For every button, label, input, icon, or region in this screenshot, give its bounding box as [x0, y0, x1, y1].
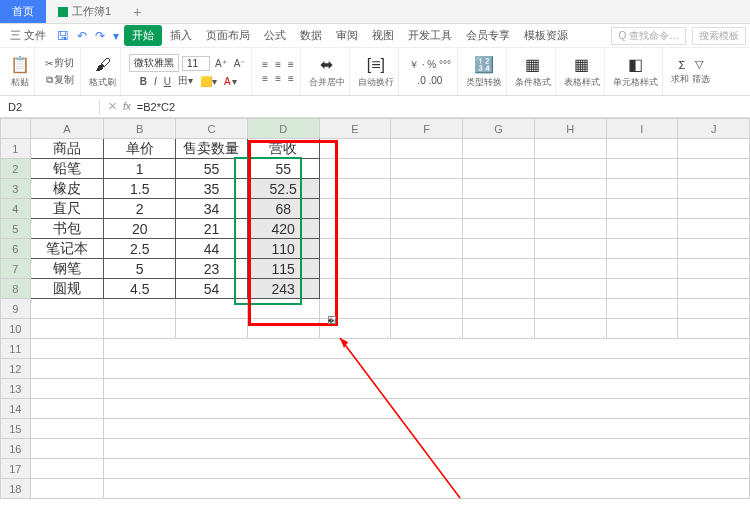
cell-A3[interactable]: 橡皮 — [30, 179, 104, 199]
cell-D7[interactable]: 115 — [247, 259, 319, 279]
cell-C1[interactable]: 售卖数量 — [176, 139, 248, 159]
cell-H7[interactable] — [534, 259, 606, 279]
col-header-D[interactable]: D — [247, 119, 319, 139]
cell-B1[interactable]: 单价 — [104, 139, 176, 159]
cell-H6[interactable] — [534, 239, 606, 259]
cell-H10[interactable] — [534, 319, 606, 339]
cell-F4[interactable] — [391, 199, 463, 219]
formula-input[interactable]: =B2*C2 — [137, 101, 175, 113]
cell-A16[interactable] — [30, 439, 104, 459]
cell-I10[interactable] — [606, 319, 678, 339]
cell-C9[interactable] — [176, 299, 248, 319]
cell-G3[interactable] — [463, 179, 535, 199]
cell-A8[interactable]: 圆规 — [30, 279, 104, 299]
row-header-17[interactable]: 17 — [1, 459, 31, 479]
row-header-2[interactable]: 2 — [1, 159, 31, 179]
cell-C6[interactable]: 44 — [176, 239, 248, 259]
cell-E6[interactable] — [319, 239, 391, 259]
cell-G7[interactable] — [463, 259, 535, 279]
font-family-select[interactable]: 微软雅黑 — [129, 54, 179, 72]
cell-I1[interactable] — [606, 139, 678, 159]
cell-J3[interactable] — [678, 179, 750, 199]
menu-layout[interactable]: 页面布局 — [200, 25, 256, 46]
cell-D5[interactable]: 420 — [247, 219, 319, 239]
cell-C3[interactable]: 35 — [176, 179, 248, 199]
align-mid-icon[interactable]: ≡ — [273, 58, 283, 71]
cell-G2[interactable] — [463, 159, 535, 179]
cell-D9[interactable] — [247, 299, 319, 319]
cell-A7[interactable]: 钢笔 — [30, 259, 104, 279]
cell-A12[interactable] — [30, 359, 104, 379]
cell-E2[interactable] — [319, 159, 391, 179]
cell-A17[interactable] — [30, 459, 104, 479]
cell-D6[interactable]: 110 — [247, 239, 319, 259]
row-header-18[interactable]: 18 — [1, 479, 31, 499]
cell-J5[interactable] — [678, 219, 750, 239]
cut-button[interactable]: ✂ 剪切 — [43, 55, 76, 71]
row-header-15[interactable]: 15 — [1, 419, 31, 439]
cell-H1[interactable] — [534, 139, 606, 159]
font-grow-icon[interactable]: A⁺ — [213, 57, 229, 70]
cell-I5[interactable] — [606, 219, 678, 239]
cell-I6[interactable] — [606, 239, 678, 259]
cell-A4[interactable]: 直尺 — [30, 199, 104, 219]
cell-C7[interactable]: 23 — [176, 259, 248, 279]
command-search[interactable]: Q 查找命令… — [611, 27, 686, 45]
format-painter-icon[interactable]: 🖌 — [93, 55, 113, 75]
align-top-icon[interactable]: ≡ — [260, 58, 270, 71]
align-left-icon[interactable]: ≡ — [260, 72, 270, 85]
cell-D3[interactable]: 52.5 — [247, 179, 319, 199]
cell-J2[interactable] — [678, 159, 750, 179]
decimal-buttons[interactable]: .0 .00 — [415, 74, 444, 87]
cell-F2[interactable] — [391, 159, 463, 179]
row-header-12[interactable]: 12 — [1, 359, 31, 379]
cell-A6[interactable]: 笔记本 — [30, 239, 104, 259]
cell-A2[interactable]: 铅笔 — [30, 159, 104, 179]
row-header-16[interactable]: 16 — [1, 439, 31, 459]
fx-cancel-icon[interactable]: ✕ — [108, 100, 117, 113]
col-header-C[interactable]: C — [176, 119, 248, 139]
cell-C10[interactable] — [176, 319, 248, 339]
number-format-icon[interactable]: 🔢 — [474, 55, 494, 75]
cell-F10[interactable] — [391, 319, 463, 339]
col-header-G[interactable]: G — [463, 119, 535, 139]
cell-A5[interactable]: 书包 — [30, 219, 104, 239]
col-header-B[interactable]: B — [104, 119, 176, 139]
cell-J4[interactable] — [678, 199, 750, 219]
cell-reference[interactable]: D2 — [0, 99, 100, 115]
row-header-11[interactable]: 11 — [1, 339, 31, 359]
menu-view[interactable]: 视图 — [366, 25, 400, 46]
row-header-8[interactable]: 8 — [1, 279, 31, 299]
col-header-F[interactable]: F — [391, 119, 463, 139]
col-header-J[interactable]: J — [678, 119, 750, 139]
align-right-icon[interactable]: ≡ — [286, 72, 296, 85]
cell-F1[interactable] — [391, 139, 463, 159]
cell-F3[interactable] — [391, 179, 463, 199]
cell-B2[interactable]: 1 — [104, 159, 176, 179]
cell-I4[interactable] — [606, 199, 678, 219]
cell-E8[interactable] — [319, 279, 391, 299]
fx-icon[interactable]: fx — [123, 101, 131, 112]
cell-E5[interactable] — [319, 219, 391, 239]
cell-I3[interactable] — [606, 179, 678, 199]
wrap-icon[interactable]: [≡] — [366, 55, 386, 75]
row-header-9[interactable]: 9 — [1, 299, 31, 319]
sum-icon[interactable]: Σ — [675, 58, 689, 72]
cell-H3[interactable] — [534, 179, 606, 199]
paste-icon[interactable]: 📋 — [10, 55, 30, 75]
cell-G6[interactable] — [463, 239, 535, 259]
merge-icon[interactable]: ⬌ — [317, 55, 337, 75]
menu-vip[interactable]: 会员专享 — [460, 25, 516, 46]
cell-A1[interactable]: 商品 — [30, 139, 104, 159]
cell-J6[interactable] — [678, 239, 750, 259]
cell-E7[interactable] — [319, 259, 391, 279]
col-header-A[interactable]: A — [30, 119, 104, 139]
table-style-icon[interactable]: ▦ — [572, 55, 592, 75]
font-size-select[interactable]: 11 — [182, 56, 210, 71]
cell-E4[interactable] — [319, 199, 391, 219]
cell-B7[interactable]: 5 — [104, 259, 176, 279]
col-header-H[interactable]: H — [534, 119, 606, 139]
border-icon[interactable]: 田▾ — [176, 73, 195, 89]
col-header-E[interactable]: E — [319, 119, 391, 139]
cell-I8[interactable] — [606, 279, 678, 299]
